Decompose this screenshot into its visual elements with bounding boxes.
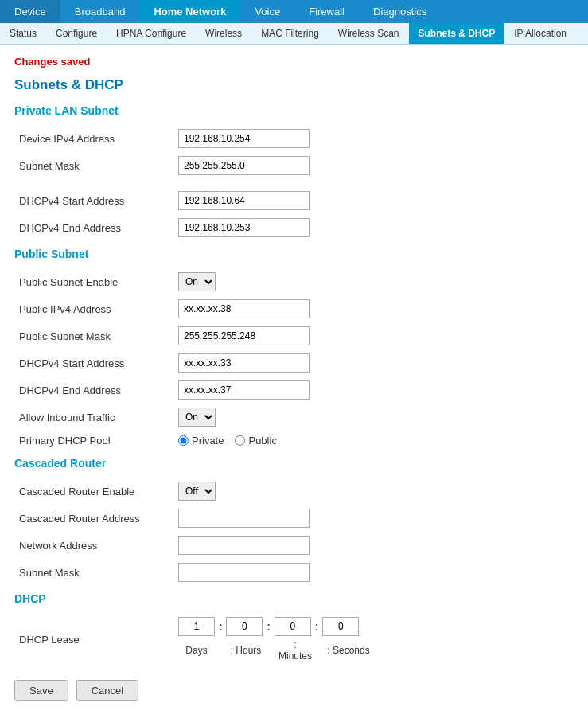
dhcp-seconds-label: : Seconds <box>326 645 371 656</box>
dhcp-lease-row: DHCP Lease : : : Days <box>14 613 574 665</box>
dhcp-minutes-label: : Minutes <box>277 639 313 661</box>
public-subnet-mask-input[interactable] <box>178 326 310 345</box>
public-ipv4-input[interactable] <box>178 299 310 318</box>
nav-home-network[interactable]: Home Network <box>139 0 240 23</box>
cascaded-router-section-title: Cascaded Router <box>14 457 574 470</box>
device-ipv4-row: Device IPv4 Address <box>14 125 574 152</box>
nav-broadband[interactable]: Broadband <box>60 0 140 23</box>
inbound-traffic-label: Allow Inbound Traffic <box>14 404 173 431</box>
dhcp-pool-private-text: Private <box>192 435 224 447</box>
inbound-traffic-row: Allow Inbound Traffic On Off <box>14 404 574 431</box>
device-ipv4-label: Device IPv4 Address <box>14 125 173 152</box>
dhcp-pool-private-label[interactable]: Private <box>178 435 224 447</box>
cascaded-subnet-mask-row: Subnet Mask <box>14 559 574 586</box>
public-subnet-table: Public Subnet Enable On Off Public IPv4 … <box>14 268 574 451</box>
cascaded-subnet-mask-label: Subnet Mask <box>14 559 173 586</box>
dhcp-start-row: DHCPv4 Start Address <box>14 187 574 214</box>
dhcp-start-input[interactable] <box>178 191 310 210</box>
subnav-wireless-scan[interactable]: Wireless Scan <box>329 23 409 44</box>
public-enable-select[interactable]: On Off <box>178 272 216 291</box>
dhcp-hours-label: : Hours <box>228 645 264 656</box>
subnav-ip-allocation[interactable]: IP Allocation <box>504 23 576 44</box>
network-address-row: Network Address <box>14 532 574 559</box>
save-button[interactable]: Save <box>14 680 68 701</box>
dhcp-pool-public-label[interactable]: Public <box>235 435 276 447</box>
subnav-status[interactable]: Status <box>0 23 46 44</box>
public-enable-row: Public Subnet Enable On Off <box>14 268 574 295</box>
public-subnet-section-title: Public Subnet <box>14 248 574 260</box>
subnet-mask-row: Subnet Mask <box>14 152 574 179</box>
changes-saved-message: Changes saved <box>14 56 574 68</box>
dhcp-table: DHCP Lease : : : Days <box>14 613 574 665</box>
dhcp-pool-label: Primary DHCP Pool <box>14 431 173 451</box>
network-address-input[interactable] <box>178 536 310 555</box>
public-dhcp-start-input[interactable] <box>178 353 310 373</box>
subnet-mask-label: Subnet Mask <box>14 152 173 179</box>
dhcp-days-input[interactable] <box>178 617 215 636</box>
public-ipv4-row: Public IPv4 Address <box>14 295 574 322</box>
dhcp-lease-section: : : : Days : Hours : Minutes <box>178 617 569 661</box>
private-lan-table: Device IPv4 Address Subnet Mask DHCPv4 S… <box>14 125 574 241</box>
cancel-button[interactable]: Cancel <box>76 680 138 701</box>
public-dhcp-start-row: DHCPv4 Start Address <box>14 349 574 377</box>
button-row: Save Cancel <box>14 680 574 701</box>
subnav-subnets-dhcp[interactable]: Subnets & DHCP <box>409 23 505 44</box>
public-dhcp-end-input[interactable] <box>178 380 310 400</box>
cascaded-address-label: Cascaded Router Address <box>14 505 173 532</box>
cascaded-enable-select[interactable]: Off On <box>178 482 216 501</box>
sub-navigation: Status Configure HPNA Configure Wireless… <box>0 23 588 45</box>
colon-3: : <box>311 620 322 633</box>
cascaded-address-row: Cascaded Router Address <box>14 505 574 532</box>
dhcp-pool-row: Primary DHCP Pool Private Public <box>14 431 574 451</box>
dhcp-pool-public-radio[interactable] <box>235 435 245 446</box>
dhcp-lease-label: DHCP Lease <box>14 613 173 665</box>
public-dhcp-start-label: DHCPv4 Start Address <box>14 349 173 377</box>
public-subnet-mask-label: Public Subnet Mask <box>14 322 173 349</box>
subnet-mask-input[interactable] <box>178 156 310 175</box>
main-content: Changes saved Subnets & DHCP Private LAN… <box>0 45 588 712</box>
dhcp-hours-input[interactable] <box>226 617 263 636</box>
page-title: Subnets & DHCP <box>14 77 574 93</box>
inbound-traffic-select[interactable]: On Off <box>178 408 216 427</box>
dhcp-start-label: DHCPv4 Start Address <box>14 187 173 214</box>
colon-2: : <box>263 620 274 633</box>
subnav-mac-filtering[interactable]: MAC Filtering <box>251 23 329 44</box>
dhcp-end-label: DHCPv4 End Address <box>14 214 173 241</box>
cascaded-router-table: Cascaded Router Enable Off On Cascaded R… <box>14 478 574 586</box>
dhcp-lease-labels: Days : Hours : Minutes : Seconds <box>178 639 569 661</box>
nav-voice[interactable]: Voice <box>240 0 294 23</box>
device-ipv4-input[interactable] <box>178 129 310 148</box>
public-dhcp-end-label: DHCPv4 End Address <box>14 377 173 404</box>
nav-diagnostics[interactable]: Diagnostics <box>359 0 441 23</box>
network-address-label: Network Address <box>14 532 173 559</box>
nav-firewall[interactable]: Firewall <box>294 0 359 23</box>
public-enable-label: Public Subnet Enable <box>14 268 173 295</box>
dhcp-pool-radio-group: Private Public <box>178 435 569 447</box>
dhcp-days-label: Days <box>178 645 215 656</box>
dhcp-section-title: DHCP <box>14 592 574 605</box>
subnav-configure[interactable]: Configure <box>46 23 107 44</box>
dhcp-lease-values: : : : <box>178 617 569 636</box>
dhcp-end-row: DHCPv4 End Address <box>14 214 574 241</box>
subnav-wireless[interactable]: Wireless <box>196 23 251 44</box>
colon-1: : <box>215 620 226 633</box>
dhcp-minutes-input[interactable] <box>275 617 311 636</box>
cascaded-address-input[interactable] <box>178 509 310 528</box>
cascaded-enable-label: Cascaded Router Enable <box>14 478 173 505</box>
nav-device[interactable]: Device <box>0 0 60 23</box>
public-subnet-mask-row: Public Subnet Mask <box>14 322 574 349</box>
subnav-hpna-configure[interactable]: HPNA Configure <box>107 23 196 44</box>
dhcp-pool-public-text: Public <box>248 435 276 447</box>
private-lan-section-title: Private LAN Subnet <box>14 104 574 117</box>
cascaded-enable-row: Cascaded Router Enable Off On <box>14 478 574 505</box>
dhcp-pool-private-radio[interactable] <box>178 435 189 446</box>
cascaded-subnet-mask-input[interactable] <box>178 563 310 582</box>
public-dhcp-end-row: DHCPv4 End Address <box>14 377 574 404</box>
dhcp-end-input[interactable] <box>178 218 310 237</box>
spacer-row <box>14 179 574 187</box>
dhcp-seconds-input[interactable] <box>322 617 359 636</box>
public-ipv4-label: Public IPv4 Address <box>14 295 173 322</box>
top-navigation: Device Broadband Home Network Voice Fire… <box>0 0 588 23</box>
